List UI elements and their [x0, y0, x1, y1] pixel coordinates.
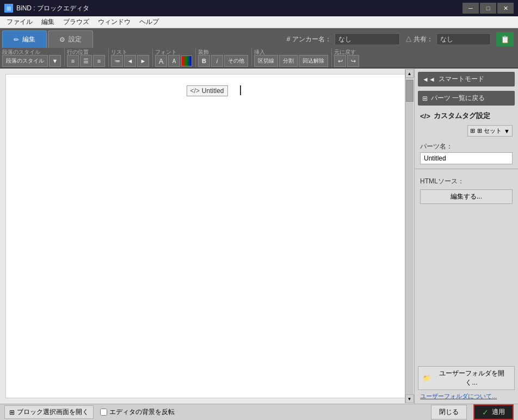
toolbar-line-label: 行の位置 — [67, 48, 89, 56]
font-small-button[interactable]: A — [168, 55, 180, 67]
window-title: BiND : ブロックエディタ — [16, 4, 89, 13]
undo-button[interactable]: ↩ — [334, 55, 346, 67]
toolbar-insert-label: 挿入 — [254, 48, 265, 56]
smart-mode-button[interactable]: ◄◄ スマートモード — [418, 72, 515, 87]
apply-check-icon: ✓ — [482, 408, 489, 417]
menu-edit[interactable]: 編集 — [37, 16, 59, 28]
font-large-button[interactable]: A — [155, 55, 167, 67]
parts-name-input[interactable] — [420, 152, 513, 164]
toolbar: 段落のスタイル 段落のスタイル ▼ 行の位置 ≡ ☰ ≡ リスト ≔ ◄ ► フ… — [0, 48, 518, 69]
indent-decrease-button[interactable]: ◄ — [124, 55, 136, 67]
vertical-scrollbar[interactable]: ▲ ▼ — [405, 69, 414, 403]
book-icon: 📋 — [501, 35, 510, 44]
toolbar-decoration-section: 装飾 B i その他 — [198, 48, 252, 67]
apply-label: 適用 — [492, 407, 505, 417]
menu-bar: ファイル 編集 ブラウズ ウィンドウ ヘルプ — [0, 16, 518, 28]
scroll-thumb[interactable] — [406, 80, 414, 102]
align-center-button[interactable]: ☰ — [80, 55, 92, 67]
parts-list-button[interactable]: ⊞ パーツ 一覧に戻る — [418, 91, 515, 106]
right-panel: ◄◄ スマートモード ⊞ パーツ 一覧に戻る </> カスタムタグ設定 ⊞ ⊞ … — [415, 69, 518, 404]
panel-spacer — [415, 206, 518, 363]
menu-window[interactable]: ウィンドウ — [94, 16, 135, 28]
custom-tag-code-icon: </> — [190, 87, 199, 95]
align-right-button[interactable]: ≡ — [93, 55, 105, 67]
panel-section-title: </> カスタムタグ設定 — [415, 107, 518, 123]
other-button[interactable]: その他 — [224, 55, 248, 67]
chevron-down-icon: ▼ — [504, 128, 510, 134]
bg-toggle-checkbox[interactable] — [100, 409, 107, 416]
html-edit-button[interactable]: 編集する... — [420, 189, 513, 204]
indent-increase-button[interactable]: ► — [137, 55, 149, 67]
tab-settings-label: 設定 — [69, 35, 82, 44]
tab-edit[interactable]: ✏ 編集 — [2, 30, 47, 48]
align-left-button[interactable]: ≡ — [67, 55, 79, 67]
book-button[interactable]: 📋 — [496, 32, 514, 46]
custom-tag-section-icon: </> — [420, 112, 430, 120]
canvas-inner[interactable]: </> Untitled — [5, 74, 409, 398]
bg-toggle-text: エディタの背景を反転 — [109, 407, 175, 417]
anchor-section: # アンカー名： — [287, 33, 400, 45]
scroll-down-arrow[interactable]: ▼ — [405, 394, 414, 403]
scroll-up-arrow[interactable]: ▲ — [405, 69, 414, 78]
unwrap-button[interactable]: 回込解除 — [299, 55, 328, 67]
editor-canvas: </> Untitled ▲ ▼ — [0, 69, 415, 404]
menu-browse[interactable]: ブラウズ — [59, 16, 94, 28]
share-input[interactable] — [436, 33, 491, 45]
user-folder-button[interactable]: 📁 ユーザーフォルダを開く... — [418, 366, 515, 390]
toolbar-decoration-label: 装飾 — [198, 48, 209, 56]
smart-mode-icon: ◄◄ — [422, 76, 435, 83]
panel-dropdown-row: ⊞ ⊞ セット ▼ — [415, 123, 518, 139]
cursor-line — [240, 85, 241, 95]
close-button[interactable]: ✕ — [497, 3, 514, 14]
toolbar-insert-section: 挿入 区切線 分割 回込解除 — [254, 48, 332, 67]
user-folder-link[interactable]: ユーザーフォルダについて... — [418, 392, 515, 400]
set-dropdown-label: ⊞ セット — [477, 127, 502, 135]
parts-list-icon: ⊞ — [422, 95, 428, 102]
paragraph-style-dropdown[interactable]: ▼ — [49, 55, 61, 67]
toolbar-list-section: リスト ≔ ◄ ► — [111, 48, 153, 67]
custom-tag-block[interactable]: </> Untitled — [186, 85, 227, 96]
split-button[interactable]: 分割 — [279, 55, 298, 67]
panel-bottom-buttons: 📁 ユーザーフォルダを開く... ユーザーフォルダについて... — [415, 363, 518, 404]
bg-toggle-label[interactable]: エディタの背景を反転 — [100, 407, 175, 417]
toolbar-font-section: フォント A A — [155, 48, 196, 67]
toolbar-line-position-section: 行の位置 ≡ ☰ ≡ — [67, 48, 109, 67]
share-section: △ 共有： — [405, 33, 491, 45]
menu-file[interactable]: ファイル — [2, 16, 37, 28]
toolbar-paragraph-style-section: 段落のスタイル 段落のスタイル ▼ — [2, 48, 65, 67]
parts-list-label: パーツ 一覧に戻る — [431, 94, 485, 103]
main-area: </> Untitled ▲ ▼ ◄◄ スマートモード ⊞ パーツ 一覧に戻る … — [0, 69, 518, 404]
html-source-label: HTMLソース： — [415, 174, 518, 187]
title-bar: ⊞ BiND : ブロックエディタ ─ □ ✕ — [0, 0, 518, 16]
share-label: △ 共有： — [405, 35, 433, 44]
color-picker[interactable] — [181, 55, 192, 66]
tab-edit-label: 編集 — [22, 35, 35, 44]
gear-icon: ⚙ — [59, 36, 65, 44]
toolbar-undo-section: 元に戻す ↩ ↩ — [334, 48, 362, 67]
apply-button[interactable]: ✓ 適用 — [473, 404, 514, 420]
panel-divider-1 — [415, 169, 518, 169]
parts-name-label: パーツ名： — [415, 139, 518, 152]
set-dropdown[interactable]: ⊞ ⊞ セット ▼ — [467, 125, 513, 137]
redo-button[interactable]: ↩ — [347, 55, 359, 67]
close-dialog-button[interactable]: 閉じる — [431, 405, 467, 419]
unordered-list-button[interactable]: ≔ — [111, 55, 123, 67]
pencil-icon: ✏ — [14, 36, 19, 44]
divider-button[interactable]: 区切線 — [254, 55, 278, 67]
minimize-button[interactable]: ─ — [462, 3, 479, 14]
toolbar-paragraph-label: 段落のスタイル — [2, 48, 40, 56]
menu-help[interactable]: ヘルプ — [135, 16, 163, 28]
anchor-input[interactable] — [335, 33, 400, 45]
bold-button[interactable]: B — [198, 55, 210, 67]
tab-settings[interactable]: ⚙ 設定 — [48, 30, 93, 48]
paragraph-style-button[interactable]: 段落のスタイル — [2, 55, 48, 67]
app-icon: ⊞ — [4, 4, 13, 13]
bottom-bar: ⊞ ブロック選択画面を開く エディタの背景を反転 閉じる ✓ 適用 — [0, 404, 518, 420]
italic-button[interactable]: i — [211, 55, 223, 67]
block-selection-label: ブロック選択画面を開く — [17, 407, 89, 417]
anchor-label: # アンカー名： — [287, 35, 331, 44]
maximize-button[interactable]: □ — [480, 3, 496, 14]
tab-bar: ✏ 編集 ⚙ 設定 # アンカー名： △ 共有： 📋 — [0, 28, 518, 48]
grid-icon-bottom: ⊞ — [9, 409, 15, 416]
block-selection-button[interactable]: ⊞ ブロック選択画面を開く — [4, 405, 94, 419]
